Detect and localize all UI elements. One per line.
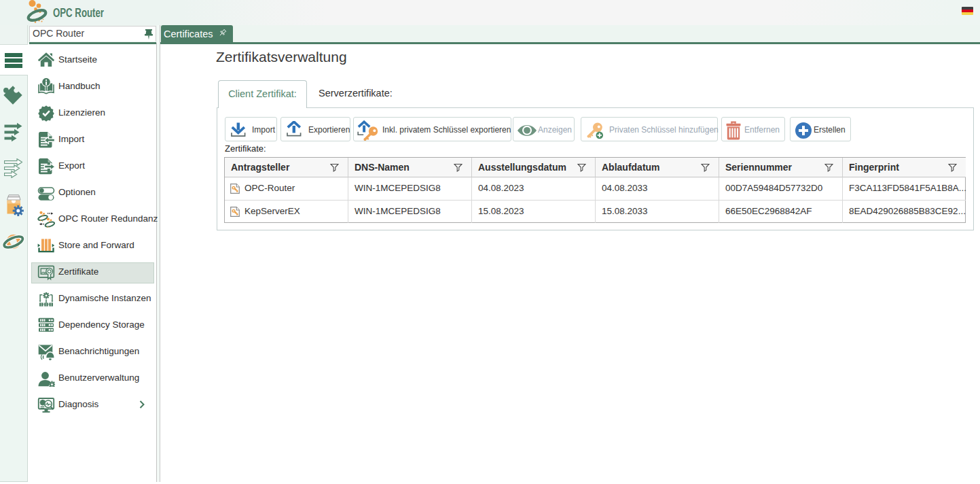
svg-text:OPC Router: OPC Router <box>53 5 104 20</box>
